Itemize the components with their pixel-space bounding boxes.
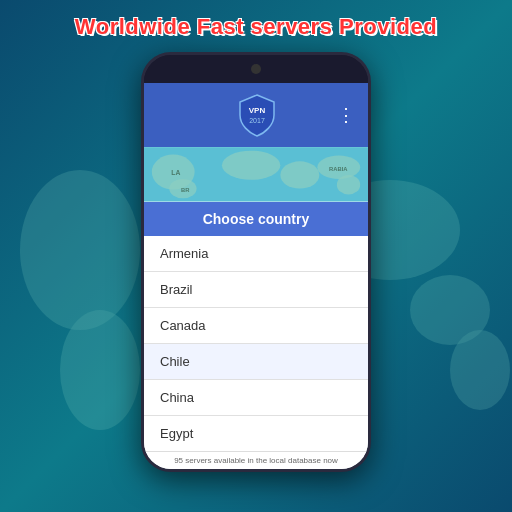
footer-note: 95 servers available in the local databa… bbox=[144, 451, 368, 469]
svg-point-1 bbox=[60, 310, 140, 430]
svg-point-0 bbox=[20, 170, 140, 330]
app-bar: VPN 2017 ⋮ bbox=[144, 83, 368, 147]
front-camera bbox=[251, 64, 261, 74]
phone-notch bbox=[144, 55, 368, 83]
svg-point-15 bbox=[337, 175, 360, 194]
main-headline: Worldwide Fast servers Provided bbox=[65, 14, 447, 40]
vpn-shield-icon: VPN 2017 bbox=[238, 93, 276, 137]
country-item-canada[interactable]: Canada bbox=[144, 308, 368, 344]
choose-country-header: Choose country bbox=[144, 202, 368, 236]
vpn-logo: VPN 2017 bbox=[238, 93, 276, 137]
country-item-china[interactable]: China bbox=[144, 380, 368, 416]
svg-text:LA: LA bbox=[171, 169, 180, 176]
svg-text:BR: BR bbox=[181, 187, 190, 193]
svg-text:VPN: VPN bbox=[248, 106, 265, 115]
country-item-armenia[interactable]: Armenia bbox=[144, 236, 368, 272]
map-strip-svg: LA BR RABIA bbox=[144, 147, 368, 202]
country-item-chile[interactable]: Chile bbox=[144, 344, 368, 380]
country-list[interactable]: Armenia Brazil Canada Chile China Egypt … bbox=[144, 236, 368, 451]
choose-country-title: Choose country bbox=[203, 211, 310, 227]
svg-point-12 bbox=[222, 151, 280, 180]
map-strip: LA BR RABIA bbox=[144, 147, 368, 202]
svg-point-6 bbox=[450, 330, 510, 410]
country-item-egypt[interactable]: Egypt bbox=[144, 416, 368, 451]
phone-screen: VPN 2017 ⋮ LA BR bbox=[144, 83, 368, 469]
svg-text:RABIA: RABIA bbox=[329, 166, 348, 172]
svg-text:2017: 2017 bbox=[249, 117, 265, 124]
svg-point-13 bbox=[280, 161, 319, 188]
country-item-brazil[interactable]: Brazil bbox=[144, 272, 368, 308]
phone-frame: VPN 2017 ⋮ LA BR bbox=[141, 52, 371, 472]
menu-button[interactable]: ⋮ bbox=[337, 104, 356, 126]
